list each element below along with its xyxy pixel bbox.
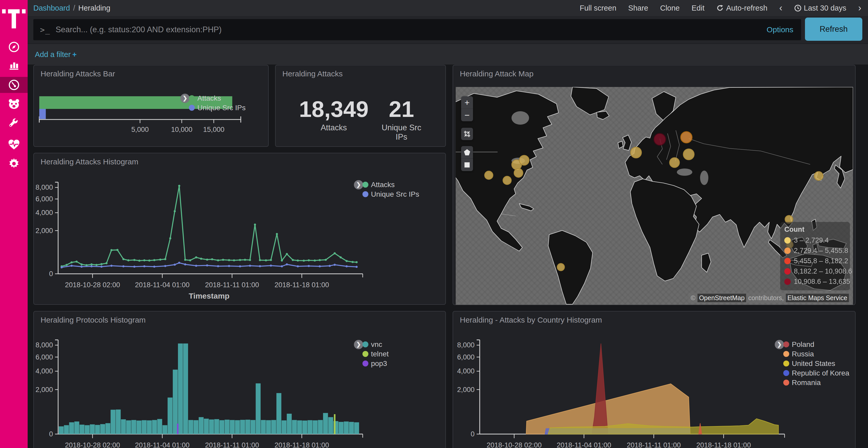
edit-button[interactable]: Edit bbox=[691, 4, 705, 12]
legend-toggle[interactable]: ❯ bbox=[354, 340, 363, 349]
sidebar-item-discover[interactable] bbox=[0, 39, 28, 55]
crop-bounds-button[interactable] bbox=[461, 128, 473, 140]
svg-text:5,000: 5,000 bbox=[131, 126, 149, 133]
legend-dot bbox=[363, 341, 368, 347]
legend-label: United States bbox=[792, 359, 835, 368]
legend-label: telnet bbox=[371, 350, 389, 358]
map-draw-controls bbox=[461, 146, 473, 171]
zoom-in-button[interactable]: + bbox=[461, 96, 473, 109]
options-link[interactable]: Options bbox=[767, 25, 793, 34]
legend-item[interactable]: United States bbox=[783, 359, 849, 368]
map-legend-dot bbox=[784, 237, 791, 244]
attack-marker[interactable] bbox=[503, 176, 511, 184]
svg-text:8,000: 8,000 bbox=[35, 183, 53, 191]
legend-item[interactable]: Russia bbox=[783, 349, 849, 359]
svg-text:2018-11-04 01:00: 2018-11-04 01:00 bbox=[135, 281, 190, 289]
refresh-button[interactable]: Refresh bbox=[805, 18, 862, 41]
clock-icon bbox=[795, 5, 801, 12]
draw-rectangle-button[interactable] bbox=[461, 159, 473, 171]
filter-bar: Add a filter+ bbox=[28, 43, 868, 65]
legend-item[interactable]: Unique Src IPs bbox=[363, 189, 419, 199]
protocols-histogram-chart[interactable]: 02,0004,0006,0008,0002018-10-28 02:00201… bbox=[34, 311, 446, 448]
svg-text:0: 0 bbox=[49, 430, 53, 438]
legend-item[interactable]: vnc bbox=[363, 340, 389, 349]
legend-dot bbox=[783, 351, 789, 357]
full-screen-button[interactable]: Full screen bbox=[580, 4, 616, 12]
add-filter-link[interactable]: Add a filter+ bbox=[35, 50, 77, 59]
crop-icon bbox=[463, 130, 471, 138]
legend-item[interactable]: telnet bbox=[363, 349, 389, 359]
svg-text:2018-11-18 01:00: 2018-11-18 01:00 bbox=[696, 441, 751, 448]
legend-toggle[interactable]: ❯ bbox=[775, 340, 784, 349]
time-picker[interactable]: Last 30 days bbox=[795, 4, 846, 12]
legend-item[interactable]: Attacks bbox=[363, 180, 419, 189]
map-legend-dot bbox=[784, 258, 791, 264]
search-input[interactable] bbox=[55, 25, 767, 35]
legend-label: Attacks bbox=[197, 94, 221, 102]
legend-item[interactable]: Poland bbox=[783, 340, 849, 349]
legend-dot bbox=[363, 182, 368, 187]
sidebar-item-visualize[interactable] bbox=[0, 57, 28, 73]
attack-marker[interactable] bbox=[485, 171, 493, 179]
attack-marker[interactable] bbox=[681, 132, 692, 143]
panel-title: Heralding Attacks Bar bbox=[40, 69, 115, 78]
search-box: >_ Options bbox=[33, 19, 801, 40]
sidebar-item-monitoring[interactable] bbox=[0, 136, 28, 153]
legend-item[interactable]: Republic of Korea bbox=[783, 368, 849, 378]
dashboard-grid: Heralding Attacks Bar 5,00010,00015,000 … bbox=[28, 65, 868, 448]
zoom-out-button[interactable]: − bbox=[461, 109, 473, 121]
compass-icon bbox=[8, 41, 20, 53]
sidebar-item-dashboard[interactable] bbox=[0, 77, 28, 93]
svg-text:2018-11-04 01:00: 2018-11-04 01:00 bbox=[557, 441, 611, 448]
sidebar-item-devtools[interactable] bbox=[0, 115, 28, 132]
ems-link[interactable]: Elastic Maps Service bbox=[786, 294, 849, 302]
attack-marker[interactable] bbox=[630, 147, 642, 158]
world-map[interactable]: + − bbox=[456, 87, 853, 305]
map-legend-dot bbox=[784, 268, 791, 275]
sidebar-item-tpot[interactable] bbox=[0, 96, 28, 112]
osm-link[interactable]: OpenStreetMap bbox=[698, 294, 746, 302]
sidebar bbox=[0, 0, 28, 448]
legend-item[interactable]: Attacks bbox=[189, 94, 246, 103]
draw-polygon-button[interactable] bbox=[461, 146, 473, 159]
map-legend-dot bbox=[784, 247, 791, 254]
rectangle-icon bbox=[464, 162, 470, 168]
panel-title: Heralding Attack Map bbox=[460, 69, 533, 78]
ireland bbox=[618, 141, 623, 148]
legend: AttacksUnique Src IPs bbox=[363, 180, 419, 199]
attack-marker[interactable] bbox=[514, 169, 523, 177]
panel-title: Heralding Protocols Histogram bbox=[40, 316, 146, 324]
attack-marker[interactable] bbox=[670, 158, 679, 168]
t-mobile-logo[interactable] bbox=[0, 6, 28, 32]
legend-toggle[interactable]: ❯ bbox=[354, 180, 363, 189]
map-legend-range: 2,729.4 – 5,455.8 bbox=[794, 247, 848, 255]
legend-item[interactable]: Romania bbox=[783, 378, 849, 387]
sidebar-item-management[interactable] bbox=[0, 156, 28, 172]
attack-marker[interactable] bbox=[814, 172, 823, 180]
legend-dot bbox=[189, 105, 195, 111]
time-forward-chevron[interactable]: › bbox=[858, 3, 861, 13]
attack-marker[interactable] bbox=[557, 264, 564, 271]
map-attribution: © OpenStreetMap contributors, Elastic Ma… bbox=[688, 292, 851, 303]
legend-dot bbox=[189, 95, 195, 101]
legend: vnctelnetpop3 bbox=[363, 340, 389, 368]
attack-marker[interactable] bbox=[519, 156, 529, 165]
breadcrumb-dashboard-link[interactable]: Dashboard bbox=[33, 4, 70, 12]
svg-text:2018-11-04 01:00: 2018-11-04 01:00 bbox=[135, 441, 190, 448]
attack-marker[interactable] bbox=[683, 149, 694, 160]
auto-refresh-button[interactable]: Auto-refresh bbox=[716, 4, 768, 12]
legend-toggle[interactable]: ❯ bbox=[180, 94, 190, 103]
clone-button[interactable]: Clone bbox=[660, 4, 680, 12]
legend-label: Poland bbox=[792, 340, 814, 349]
attacks-histogram-chart[interactable]: 02,0004,0006,0008,0002018-10-28 02:00201… bbox=[34, 153, 446, 305]
map-legend-range: 3 – 2,729.4 bbox=[794, 236, 829, 244]
attack-marker[interactable] bbox=[654, 133, 666, 145]
time-back-chevron[interactable]: ‹ bbox=[779, 3, 782, 13]
legend-item[interactable]: pop3 bbox=[363, 359, 389, 368]
legend-label: Unique Src IPs bbox=[197, 104, 246, 112]
svg-text:2018-10-28 02:00: 2018-10-28 02:00 bbox=[65, 281, 120, 289]
legend-item[interactable]: Unique Src IPs bbox=[189, 103, 246, 112]
legend-label: Unique Src IPs bbox=[371, 190, 419, 199]
gear-icon bbox=[8, 158, 20, 170]
share-button[interactable]: Share bbox=[628, 4, 648, 12]
